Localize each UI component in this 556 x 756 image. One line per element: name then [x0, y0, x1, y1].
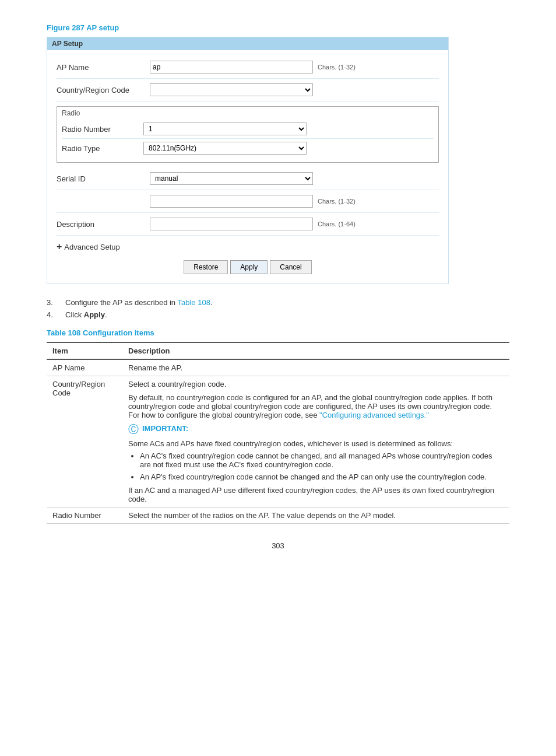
table-cell-radio-number-desc: Select the number of the radios on the A… [122, 508, 509, 524]
ap-name-hint: Chars. (1-32) [318, 64, 356, 71]
table-row-radio-number: Radio Number Select the number of the ra… [47, 508, 509, 524]
important-icon: Ⓒ [128, 424, 139, 435]
step-4: 4. Click Apply. [47, 310, 509, 319]
serial-id-label: Serial ID [57, 174, 150, 183]
bullet-item-1: An AC's fixed country/region code cannot… [140, 452, 504, 469]
country-label: Country/Region Code [57, 86, 150, 94]
config-table: Item Description AP Name Rename the AP. … [47, 342, 509, 524]
form-body: AP Name Chars. (1-32) Country/Region Cod… [47, 50, 448, 284]
serial-input-control: Chars. (1-32) [150, 195, 439, 208]
advanced-settings-link[interactable]: "Configuring advanced settings." [319, 411, 429, 419]
table-cell-country-item: Country/RegionCode [47, 376, 122, 508]
table-cell-radio-number-item: Radio Number [47, 508, 122, 524]
ap-setup-header: AP Setup [47, 37, 448, 50]
country-select[interactable] [150, 83, 313, 96]
ap-setup-form: AP Setup AP Name Chars. (1-32) Country/R… [47, 37, 449, 284]
country-desc-p2: By default, no country/region code is co… [128, 393, 504, 419]
important-block: Ⓒ IMPORTANT: [128, 424, 504, 435]
description-input[interactable] [150, 218, 313, 230]
table-cell-country-desc: Select a country/region code. By default… [122, 376, 509, 508]
radio-inner: Radio Number 1 Radio Type 802.11n(5GHz) [57, 120, 438, 162]
form-row-serial-id: Serial ID manual [57, 167, 439, 190]
important-label: IMPORTANT: [142, 424, 188, 433]
form-row-ap-name: AP Name Chars. (1-32) [57, 56, 439, 79]
important-text: Some ACs and APs have fixed country/regi… [128, 439, 504, 448]
apply-button[interactable]: Apply [230, 260, 268, 274]
advanced-setup-label: Advanced Setup [64, 243, 119, 251]
form-row-description: Description Chars. (1-64) [57, 213, 439, 236]
step-3: 3. Configure the AP as described in Tabl… [47, 298, 509, 307]
radio-section-title: Radio [57, 107, 438, 117]
table-header-row: Item Description [47, 342, 509, 359]
bullet-list: An AC's fixed country/region code cannot… [128, 452, 504, 481]
radio-section: Radio Radio Number 1 Radio Type 802.11n(… [57, 106, 439, 163]
col-header-item: Item [47, 342, 122, 359]
table-row-country: Country/RegionCode Select a country/regi… [47, 376, 509, 508]
ap-name-label: AP Name [57, 63, 150, 72]
radio-type-select[interactable]: 802.11n(5GHz) [143, 142, 307, 155]
description-hint: Chars. (1-64) [318, 220, 356, 228]
radio-number-control: 1 [143, 123, 434, 135]
radio-number-label: Radio Number [62, 125, 143, 134]
advanced-setup-row: + Advanced Setup [57, 242, 439, 252]
step-3-number: 3. [47, 298, 58, 307]
serial-id-control: manual [150, 172, 439, 185]
country-control [150, 83, 439, 96]
table-108-link[interactable]: Table 108 [177, 298, 210, 307]
table-cell-ap-name-item: AP Name [47, 359, 122, 376]
table-row-ap-name: AP Name Rename the AP. [47, 359, 509, 376]
step-4-text: Click Apply. [65, 310, 107, 319]
page-number: 303 [47, 541, 509, 550]
button-row: Restore Apply Cancel [57, 260, 439, 274]
description-control: Chars. (1-64) [150, 218, 439, 230]
country-desc-after-bullets: If an AC and a managed AP use different … [128, 486, 504, 503]
cancel-button[interactable]: Cancel [270, 260, 311, 274]
bullet-item-2: An AP's fixed country/region code cannot… [140, 473, 504, 481]
serial-hint: Chars. (1-32) [318, 198, 356, 205]
step-3-text: Configure the AP as described in Table 1… [65, 298, 213, 307]
plus-icon: + [57, 242, 62, 252]
serial-id-input[interactable] [150, 195, 313, 208]
serial-id-select[interactable]: manual [150, 172, 313, 185]
form-row-radio-number: Radio Number 1 [62, 120, 434, 139]
radio-number-select[interactable]: 1 [143, 123, 307, 135]
col-header-description: Description [122, 342, 509, 359]
ap-name-input[interactable] [150, 61, 313, 74]
steps-section: 3. Configure the AP as described in Tabl… [47, 298, 509, 319]
step-4-number: 4. [47, 310, 58, 319]
ap-name-control: Chars. (1-32) [150, 61, 439, 74]
description-label: Description [57, 220, 150, 229]
table-cell-ap-name-desc: Rename the AP. [122, 359, 509, 376]
radio-type-control: 802.11n(5GHz) [143, 142, 434, 155]
table-title: Table 108 Configuration items [47, 328, 509, 337]
form-row-radio-type: Radio Type 802.11n(5GHz) [62, 139, 434, 158]
form-row-country: Country/Region Code [57, 79, 439, 102]
radio-type-label: Radio Type [62, 144, 143, 153]
country-desc-p1: Select a country/region code. [128, 380, 504, 388]
form-row-serial-input: Chars. (1-32) [57, 190, 439, 213]
restore-button[interactable]: Restore [184, 260, 228, 274]
figure-title: Figure 287 AP setup [47, 23, 509, 32]
